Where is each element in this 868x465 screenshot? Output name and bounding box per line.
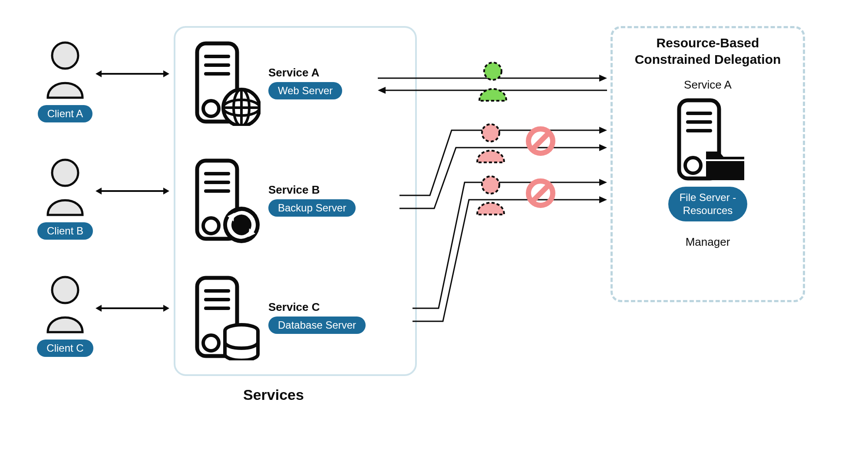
svg-marker-37 xyxy=(599,75,607,82)
denied-user-icon xyxy=(471,121,510,164)
svg-marker-42 xyxy=(599,144,607,151)
rbcd-resource-label: File Server - Resources xyxy=(668,187,748,221)
database-server-icon xyxy=(187,274,261,360)
arrow-client-a xyxy=(96,65,169,82)
svg-marker-5 xyxy=(163,70,169,77)
client-a-label: Client A xyxy=(38,105,93,122)
client-b-label: Client B xyxy=(37,222,93,240)
file-server-icon xyxy=(669,96,747,183)
allowed-user-icon xyxy=(473,59,512,102)
rbcd-resource-block: File Server - Resources Manager xyxy=(660,187,756,249)
service-b-title: Service B xyxy=(268,183,320,197)
service-a-title: Service A xyxy=(268,66,320,79)
svg-marker-46 xyxy=(599,179,607,186)
web-server-icon xyxy=(187,39,261,126)
service-a-block: Service A Web Server xyxy=(187,39,342,126)
arrow-client-b xyxy=(96,182,169,200)
rbcd-manager-label: Manager xyxy=(686,235,730,249)
service-b-block: Service B Backup Server xyxy=(187,156,356,243)
svg-point-1 xyxy=(52,160,78,186)
client-a: Client A xyxy=(35,39,96,122)
rbcd-title: Resource-Based Constrained Delegation xyxy=(625,35,790,67)
client-c-label: Client C xyxy=(37,340,93,357)
rbcd-service-a-block: Service A xyxy=(669,78,747,185)
client-b: Client B xyxy=(35,156,96,240)
client-c: Client C xyxy=(35,274,96,357)
svg-marker-47 xyxy=(599,196,607,203)
person-icon xyxy=(39,274,91,334)
service-b-label: Backup Server xyxy=(268,199,356,217)
prohibited-icon xyxy=(525,126,556,156)
person-icon xyxy=(39,39,91,100)
arrow-client-c xyxy=(96,300,169,317)
backup-server-icon xyxy=(187,156,261,243)
arrow-service-c-rbcd xyxy=(413,174,608,326)
svg-point-2 xyxy=(52,277,78,303)
svg-marker-7 xyxy=(96,188,102,195)
svg-point-40 xyxy=(484,63,502,80)
service-c-title: Service C xyxy=(268,300,320,314)
rbcd-service-a-label: Service A xyxy=(669,78,747,92)
svg-point-0 xyxy=(52,43,78,69)
svg-marker-10 xyxy=(96,305,102,312)
diagram-root: Services Resource-Based Constrained Dele… xyxy=(0,0,868,465)
svg-point-48 xyxy=(482,176,499,194)
svg-line-45 xyxy=(532,133,549,149)
service-c-label: Database Server xyxy=(268,317,366,334)
person-icon xyxy=(39,156,91,217)
service-c-block: Service C Database Server xyxy=(187,274,366,360)
services-group-label: Services xyxy=(243,386,304,403)
svg-marker-11 xyxy=(163,305,169,312)
denied-user-icon xyxy=(471,173,510,216)
svg-marker-41 xyxy=(599,127,607,134)
svg-marker-4 xyxy=(96,70,102,77)
service-a-label: Web Server xyxy=(268,82,342,99)
svg-line-50 xyxy=(532,185,549,201)
svg-point-43 xyxy=(482,124,499,142)
prohibited-icon xyxy=(525,178,556,208)
svg-marker-8 xyxy=(163,188,169,195)
svg-marker-39 xyxy=(378,87,386,94)
